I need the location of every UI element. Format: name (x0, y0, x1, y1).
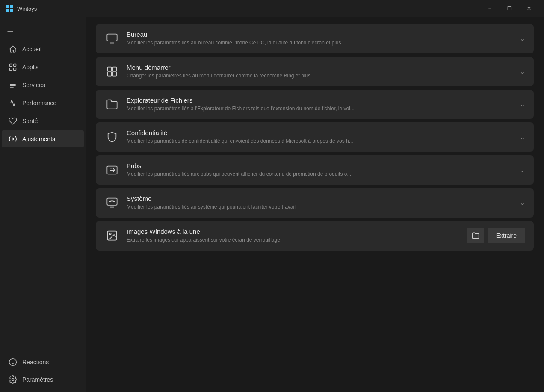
menu-demarrer-card-text: Menu démarrer Changer les paramètres lié… (127, 64, 514, 80)
svg-rect-0 (6, 5, 9, 8)
menu-demarrer-card[interactable]: Menu démarrer Changer les paramètres lié… (96, 57, 534, 86)
confidentialite-card[interactable]: Confidentialité Modifier les paramètres … (96, 122, 534, 152)
svg-point-9 (9, 359, 17, 366)
sidebar-item-ajustements-label: Ajustements (22, 136, 55, 142)
sidebar-item-accueil[interactable]: Accueil (2, 41, 84, 58)
titlebar: Wintoys − ❐ ✕ (0, 0, 544, 17)
menu-demarrer-card-title: Menu démarrer (127, 64, 514, 71)
performance-icon (9, 99, 17, 107)
systeme-chevron-icon: ⌄ (520, 199, 525, 207)
ajustements-icon (9, 135, 17, 143)
confidentialite-card-text: Confidentialité Modifier les paramètres … (127, 129, 514, 145)
systeme-icon (104, 195, 120, 210)
svg-rect-1 (10, 5, 13, 8)
confidentialite-card-title: Confidentialité (127, 129, 514, 136)
sidebar-item-applis-label: Applis (22, 64, 38, 71)
close-button[interactable]: ✕ (519, 2, 539, 15)
sidebar-item-performance-label: Performance (22, 100, 56, 106)
svg-point-8 (12, 138, 14, 140)
explorateur-card[interactable]: Explorateur de Fichiers Modifier les par… (96, 90, 534, 119)
parametres-icon (9, 375, 17, 384)
bureau-card-text: Bureau Modifier les paramètres liés au b… (127, 31, 514, 47)
images-icon (104, 228, 120, 243)
confidentialite-card-desc: Modifier les paramètres de confidentiali… (127, 138, 514, 145)
systeme-card-desc: Modifier les paramètres liés au système … (127, 203, 514, 211)
svg-rect-4 (10, 64, 12, 67)
pubs-card[interactable]: Pubs Modifier les paramètres liés aux pu… (96, 155, 534, 185)
svg-rect-22 (109, 200, 111, 202)
menu-demarrer-icon (104, 64, 120, 79)
sidebar-bottom: Réactions Paramètres (0, 351, 86, 389)
main-content: Bureau Modifier les paramètres liés au b… (86, 17, 544, 392)
sidebar-item-parametres-label: Paramètres (22, 376, 53, 383)
svg-rect-7 (14, 68, 16, 71)
svg-rect-3 (10, 9, 13, 12)
svg-rect-17 (112, 67, 116, 71)
explorateur-card-title: Explorateur de Fichiers (127, 97, 514, 104)
app-title: Wintoys (17, 6, 480, 12)
desktop-icon (104, 31, 120, 46)
svg-rect-18 (108, 72, 112, 76)
images-windows-card-text: Images Windows à la une Extraire les ima… (127, 228, 462, 244)
sidebar-item-services[interactable]: Services (2, 77, 84, 94)
images-windows-card-title: Images Windows à la une (127, 228, 462, 235)
sidebar-item-services-label: Services (22, 82, 45, 88)
svg-rect-13 (107, 34, 117, 41)
explorateur-icon (104, 97, 120, 112)
images-windows-card: Images Windows à la une Extraire les ima… (96, 221, 534, 251)
confidentialite-chevron-icon: ⌄ (520, 133, 525, 141)
svg-rect-23 (113, 200, 115, 202)
systeme-card-title: Système (127, 195, 514, 202)
svg-rect-16 (108, 67, 112, 71)
sidebar-item-performance[interactable]: Performance (2, 94, 84, 112)
sidebar: ☰ Accueil Applis (0, 17, 86, 392)
explorateur-card-desc: Modifier les paramètres liés à l'Explora… (127, 105, 514, 112)
services-icon (9, 81, 17, 89)
sidebar-item-parametres[interactable]: Paramètres (2, 371, 84, 388)
sidebar-item-accueil-label: Accueil (22, 46, 41, 53)
app-body: ☰ Accueil Applis (0, 17, 544, 392)
maximize-button[interactable]: ❐ (500, 2, 519, 15)
reactions-icon (9, 358, 17, 366)
bureau-card[interactable]: Bureau Modifier les paramètres liés au b… (96, 24, 534, 53)
sante-icon (9, 117, 17, 125)
svg-rect-19 (112, 72, 116, 76)
systeme-card-text: Système Modifier les paramètres liés au … (127, 195, 514, 211)
explorateur-chevron-icon: ⌄ (520, 100, 525, 108)
explorateur-card-text: Explorateur de Fichiers Modifier les par… (127, 97, 514, 112)
extract-button[interactable]: Extraire (488, 228, 525, 243)
menu-demarrer-card-desc: Changer les paramètres liés au menu déma… (127, 72, 514, 80)
bureau-card-title: Bureau (127, 31, 514, 38)
svg-rect-21 (107, 198, 117, 205)
hamburger-menu[interactable]: ☰ (0, 21, 86, 38)
svg-point-12 (12, 379, 14, 381)
pubs-card-text: Pubs Modifier les paramètres liés aux pu… (127, 162, 514, 178)
home-icon (9, 45, 17, 53)
svg-rect-5 (14, 64, 16, 67)
window-controls: − ❐ ✕ (480, 2, 539, 15)
menu-demarrer-chevron-icon: ⌄ (520, 68, 525, 76)
sidebar-item-sante[interactable]: Santé (2, 112, 84, 130)
images-windows-card-desc: Extraire les images qui apparaissent sur… (127, 236, 462, 244)
systeme-card[interactable]: Système Modifier les paramètres liés au … (96, 188, 534, 218)
applis-icon (9, 63, 17, 71)
images-windows-actions: Extraire (467, 228, 525, 243)
pubs-card-desc: Modifier les paramètres liés aux pubs qu… (127, 171, 514, 178)
app-logo (5, 4, 14, 13)
svg-rect-2 (6, 9, 9, 12)
folder-button[interactable] (467, 228, 484, 243)
sidebar-item-reactions[interactable]: Réactions (2, 354, 84, 371)
bureau-card-desc: Modifier les paramètres liés au bureau c… (127, 39, 514, 47)
pubs-card-title: Pubs (127, 162, 514, 169)
sidebar-item-sante-label: Santé (22, 118, 38, 124)
sidebar-item-ajustements[interactable]: Ajustements (2, 130, 84, 147)
bureau-chevron-icon: ⌄ (520, 35, 525, 43)
shield-icon (104, 130, 120, 145)
sidebar-item-applis[interactable]: Applis (2, 59, 84, 76)
minimize-button[interactable]: − (480, 2, 500, 15)
svg-rect-6 (10, 68, 12, 71)
svg-point-25 (109, 233, 111, 235)
sidebar-item-reactions-label: Réactions (22, 359, 49, 365)
pubs-chevron-icon: ⌄ (520, 166, 525, 174)
pubs-icon (104, 162, 120, 178)
